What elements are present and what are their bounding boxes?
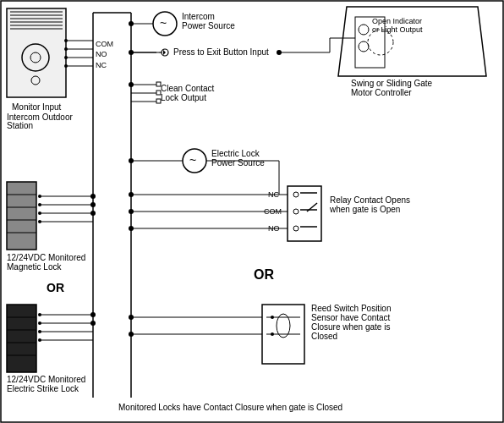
svg-point-102 — [90, 321, 96, 326]
svg-point-98 — [90, 194, 96, 199]
svg-point-65 — [359, 25, 369, 35]
svg-point-90 — [271, 332, 274, 336]
svg-rect-37 — [7, 182, 36, 250]
ac-symbol-lock: ~ — [189, 153, 196, 167]
svg-point-85 — [129, 226, 134, 231]
clean-contact-label: Clean Contact — [161, 84, 215, 93]
svg-point-75 — [293, 226, 299, 231]
intercom-outdoor-label2: Station — [7, 121, 33, 130]
svg-point-94 — [129, 315, 134, 320]
svg-point-95 — [129, 332, 134, 337]
nc-label1: NC — [96, 61, 107, 69]
or-label-middle: OR — [254, 267, 274, 282]
reed-switch-label3: Closure when gate is — [311, 322, 390, 332]
electric-strike-label: 12/24VDC Monitored — [7, 375, 85, 384]
intercom-power-label2: Power Source — [182, 21, 235, 30]
wiring-diagram: Monitor Input Intercom Outdoor Station ~… — [0, 0, 504, 423]
com-label1: COM — [96, 40, 113, 48]
svg-point-99 — [90, 202, 96, 207]
press-exit-label: Press to Exit Button Input — [173, 47, 269, 57]
electric-lock-label: Electric Lock — [211, 149, 260, 158]
svg-point-74 — [293, 209, 299, 214]
svg-point-101 — [90, 312, 96, 317]
svg-point-71 — [277, 50, 282, 55]
swing-gate-label2: Motor Controller — [351, 88, 412, 97]
svg-point-83 — [129, 192, 134, 197]
open-indicator-label: Open Indicator — [372, 17, 422, 25]
svg-point-73 — [293, 192, 299, 197]
svg-point-36 — [129, 158, 134, 163]
svg-point-27 — [129, 21, 134, 26]
relay-contact-label2: when gate is Open — [329, 205, 400, 214]
svg-point-89 — [271, 316, 274, 319]
intercom-power-label: Intercom — [182, 12, 215, 21]
svg-point-66 — [359, 41, 369, 52]
clean-contact-label2: Lock Output — [161, 93, 206, 102]
monitor-input-label: Monitor Input — [12, 102, 62, 112]
electric-lock-label2: Power Source — [211, 158, 265, 168]
ac-symbol-intercom: ~ — [160, 16, 167, 30]
magnetic-lock-label: 12/24VDC Monitored — [7, 253, 85, 262]
reed-switch-label: Reed Switch Position — [311, 304, 392, 313]
bottom-note: Monitored Locks have Contact Closure whe… — [118, 403, 342, 412]
reed-switch-label2: Sensor have Contact — [311, 313, 391, 322]
svg-rect-50 — [7, 305, 36, 372]
svg-marker-18 — [163, 50, 166, 55]
svg-point-100 — [90, 211, 96, 216]
relay-contact-label: Relay Contact Opens — [330, 195, 410, 205]
electric-strike-label2: Electric Strike Lock — [7, 384, 79, 393]
no-label1: NO — [96, 50, 107, 58]
svg-rect-72 — [288, 186, 321, 241]
open-indicator-label2: or Light Output — [372, 25, 423, 34]
svg-point-84 — [129, 209, 134, 214]
or-label-top: OR — [47, 281, 64, 294]
swing-gate-label: Swing or Sliding Gate — [351, 79, 433, 88]
magnetic-lock-label2: Magnetic Lock — [7, 262, 62, 272]
svg-point-104 — [129, 82, 134, 87]
reed-switch-label4: Closed — [311, 332, 337, 341]
